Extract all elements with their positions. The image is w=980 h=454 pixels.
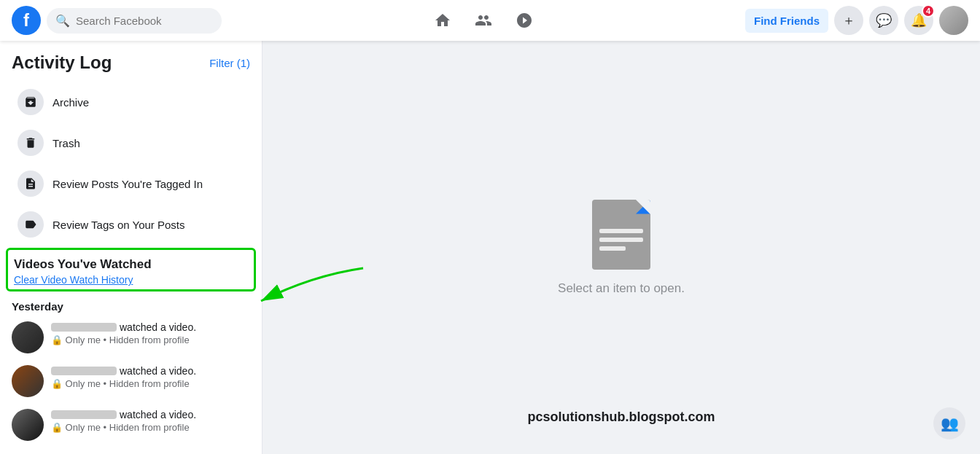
search-input[interactable] [76,15,213,27]
video-meta-3: 🔒 Only me • Hidden from profile [51,422,250,433]
topnav-center [425,3,542,38]
video-name-blur-2 [51,367,117,375]
sidebar-header: Activity Log Filter (1) [0,52,262,82]
videos-watched-section: Videos You've Watched Clear Video Watch … [6,248,256,291]
review-tags-label: Review Tags on Your Posts [52,219,185,231]
review-posts-icon [18,171,44,197]
messenger-button[interactable]: 💬 [869,6,898,35]
video-info-1: watched a video. 🔒 Only me • Hidden from… [51,321,250,345]
notifications-button[interactable]: 🔔 4 [904,6,933,35]
video-meta-1: 🔒 Only me • Hidden from profile [51,334,250,345]
archive-icon [18,89,44,115]
video-item-3[interactable]: watched a video. 🔒 Only me • Hidden from… [0,403,262,447]
empty-state-text: Select an item to open. [558,281,685,296]
video-item-1[interactable]: watched a video. 🔒 Only me • Hidden from… [0,316,262,359]
floating-action-button[interactable]: 👥 [933,407,965,439]
document-icon [592,200,650,270]
fb-logo[interactable]: f [12,6,41,35]
video-info-2: watched a video. 🔒 Only me • Hidden from… [51,365,250,389]
sidebar: Activity Log Filter (1) Archive Trash Re… [0,41,262,454]
home-nav-button[interactable] [425,3,460,38]
sidebar-title: Activity Log [12,52,112,73]
friends-nav-button[interactable] [466,3,501,38]
avatar[interactable] [939,6,968,35]
filter-link[interactable]: Filter (1) [209,57,250,69]
content-area: Select an item to open. pcsolutionshub.b… [262,41,980,454]
doc-line-3 [599,246,626,251]
archive-label: Archive [52,96,89,109]
sidebar-item-review-posts[interactable]: Review Posts You're Tagged In [6,163,256,204]
review-tags-icon [18,211,44,238]
video-thumb-1 [12,321,44,353]
video-name-row-3: watched a video. [51,409,250,420]
topnav-right: Find Friends ＋ 💬 🔔 4 [745,6,968,35]
videos-watched-title: Videos You've Watched [14,257,248,272]
video-action-3: watched a video. [120,409,196,420]
clear-history-link[interactable]: Clear Video Watch History [14,274,133,286]
sidebar-item-archive[interactable]: Archive [6,82,256,122]
doc-line-2 [599,238,643,242]
review-posts-label: Review Posts You're Tagged In [52,178,203,190]
trash-label: Trash [52,137,80,149]
main-layout: Activity Log Filter (1) Archive Trash Re… [0,41,980,454]
plus-icon: ＋ [842,12,855,29]
video-name-blur-1 [51,323,117,332]
trash-icon [18,130,44,156]
doc-body [592,200,650,270]
video-action-1: watched a video. [120,321,196,333]
search-icon: 🔍 [55,14,70,28]
empty-state: Select an item to open. [558,200,685,296]
doc-fold [636,200,650,214]
video-thumb-3 [12,409,44,441]
video-item-2[interactable]: watched a video. 🔒 Only me • Hidden from… [0,359,262,403]
video-info-3: watched a video. 🔒 Only me • Hidden from… [51,409,250,433]
yesterday-label: Yesterday [0,294,262,316]
search-bar-container: 🔍 [47,8,222,34]
notification-badge: 4 [922,4,935,17]
topnav-left: f 🔍 [12,6,222,35]
video-meta-2: 🔒 Only me • Hidden from profile [51,378,250,389]
sidebar-item-trash[interactable]: Trash [6,122,256,163]
find-friends-button[interactable]: Find Friends [745,9,828,33]
messenger-icon: 💬 [876,12,892,28]
video-name-row-1: watched a video. [51,321,250,333]
watermark: pcsolutionshub.blogspot.com [528,410,715,425]
sidebar-item-review-tags[interactable]: Review Tags on Your Posts [6,204,256,245]
video-thumb-2 [12,365,44,397]
video-name-row-2: watched a video. [51,365,250,377]
doc-line-1 [599,229,643,233]
video-action-2: watched a video. [120,365,196,377]
video-name-blur-3 [51,410,117,419]
groups-nav-button[interactable] [507,3,542,38]
people-icon: 👥 [941,415,959,432]
topnav: f 🔍 Find Friends ＋ 💬 🔔 4 [0,0,980,41]
doc-lines [599,229,643,255]
add-button[interactable]: ＋ [834,6,863,35]
